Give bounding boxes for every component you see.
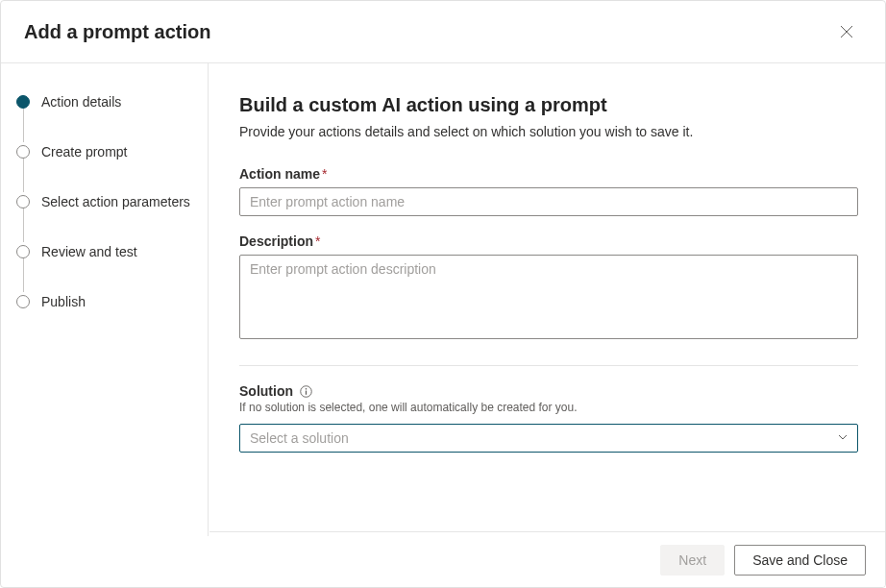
step-label: Publish [41,294,86,309]
solution-label-row: Solution [239,383,858,399]
info-icon[interactable] [299,384,312,398]
wizard-sidebar: Action details Create prompt Select acti… [1,63,209,536]
next-button: Next [660,545,725,576]
step-indicator-icon [16,295,30,308]
required-indicator: * [315,233,320,249]
step-label: Review and test [41,244,137,259]
dialog-body: Action details Create prompt Select acti… [1,63,885,536]
step-indicator-icon [16,245,30,258]
main-panel: Build a custom AI action using a prompt … [209,63,885,536]
step-indicator-icon [16,145,30,159]
section-divider [239,365,858,366]
description-label: Description* [239,233,858,249]
dialog-header: Add a prompt action [1,1,885,63]
step-connector [23,158,24,192]
step-label: Select action parameters [41,194,190,209]
page-title: Build a custom AI action using a prompt [239,94,858,116]
dialog-footer: Next Save and Close [209,532,885,587]
wizard-steps: Action details Create prompt Select acti… [16,94,200,309]
step-connector [23,108,24,142]
description-field: Description* [239,233,858,342]
required-indicator: * [322,166,327,182]
solution-select-wrapper: Select a solution [239,424,858,453]
step-action-details[interactable]: Action details [16,94,200,144]
solution-label: Solution [239,383,293,399]
action-name-input[interactable] [239,187,858,216]
svg-point-1 [305,387,307,389]
label-text: Description [239,233,313,249]
action-name-field: Action name* [239,166,858,216]
solution-help-text: If no solution is selected, one will aut… [239,401,858,414]
page-subtitle: Provide your actions details and select … [239,124,858,139]
solution-select[interactable]: Select a solution [239,424,858,453]
save-and-close-button[interactable]: Save and Close [734,545,866,576]
dialog-title: Add a prompt action [24,21,210,43]
solution-field: Solution If no solution is selected, one… [239,383,858,453]
action-name-label: Action name* [239,166,858,182]
step-select-action-parameters[interactable]: Select action parameters [16,194,200,244]
step-indicator-icon [16,195,30,208]
step-indicator-icon [16,95,30,109]
description-input[interactable] [239,255,858,339]
step-connector [23,257,24,292]
label-text: Action name [239,166,320,182]
step-label: Create prompt [41,144,127,159]
step-create-prompt[interactable]: Create prompt [16,144,200,194]
step-publish[interactable]: Publish [16,294,200,309]
close-button[interactable] [831,16,862,47]
close-icon [840,25,853,38]
svg-rect-2 [305,390,306,394]
solution-select-placeholder: Select a solution [250,430,349,446]
step-review-and-test[interactable]: Review and test [16,244,200,294]
step-connector [23,208,24,242]
step-label: Action details [41,94,121,110]
